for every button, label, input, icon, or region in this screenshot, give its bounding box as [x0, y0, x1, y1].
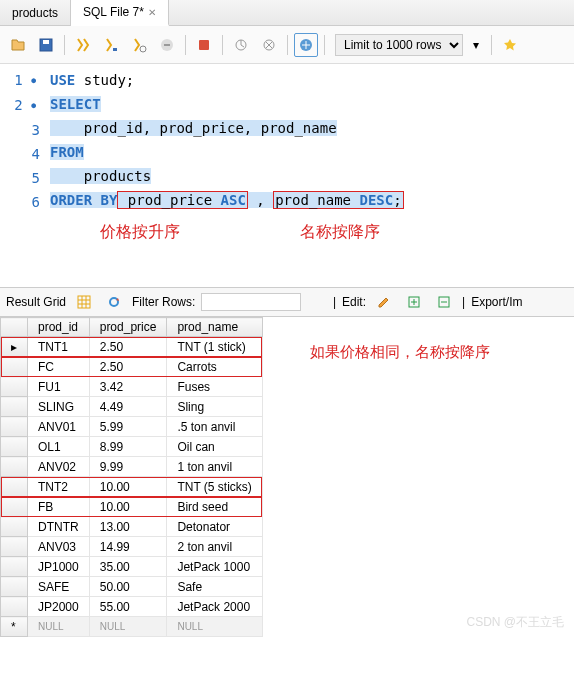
dropdown-icon: ▾ [473, 38, 479, 52]
keyword-from: FROM [50, 144, 84, 160]
tab-sqlfile7[interactable]: SQL File 7* ✕ [71, 0, 169, 26]
highlight-desc: prod_name DESC; [273, 191, 403, 209]
result-toolbar: Result Grid Filter Rows: | Edit: | Expor… [0, 287, 574, 317]
table-row[interactable]: JP200055.00JetPack 2000 [1, 597, 263, 617]
table-row[interactable]: FC2.50Carrots [1, 357, 263, 377]
rollback-button[interactable] [257, 33, 281, 57]
limit-rows-select[interactable]: Limit to 1000 rows [335, 34, 463, 56]
col-prod-name[interactable]: prod_name [167, 318, 262, 337]
svg-rect-5 [199, 40, 209, 50]
header-row: prod_id prod_price prod_name [1, 318, 263, 337]
separator [64, 35, 65, 55]
table-row[interactable]: ANV029.991 ton anvil [1, 457, 263, 477]
cancel-button[interactable] [192, 33, 216, 57]
svg-rect-4 [164, 44, 170, 46]
table-row[interactable]: ▸TNT12.50TNT (1 stick) [1, 337, 263, 357]
tab-products[interactable]: products [0, 0, 71, 25]
col-prod-id[interactable]: prod_id [28, 318, 90, 337]
result-grid-label: Result Grid [6, 295, 66, 309]
highlight-asc: prod_price ASC [117, 191, 247, 209]
svg-rect-9 [78, 296, 90, 308]
execute-button[interactable] [71, 33, 95, 57]
keyword-orderby: ORDER BY [50, 192, 117, 208]
table-row[interactable]: FB10.00Bird seed [1, 497, 263, 517]
table-row[interactable]: ANV015.99.5 ton anvil [1, 417, 263, 437]
table-row[interactable]: OL18.99Oil can [1, 437, 263, 457]
add-row-icon[interactable] [402, 290, 426, 314]
table-row[interactable]: DTNTR13.00Detonator [1, 517, 263, 537]
col-prod-price[interactable]: prod_price [89, 318, 167, 337]
annotation-desc: 名称按降序 [300, 222, 380, 243]
filter-input[interactable] [201, 293, 301, 311]
open-file-button[interactable] [6, 33, 30, 57]
corner-cell [1, 318, 28, 337]
save-button[interactable] [34, 33, 58, 57]
result-grid[interactable]: prod_id prod_price prod_name ▸TNT12.50TN… [0, 317, 263, 637]
code-area[interactable]: USE study; SELECT prod_id, prod_price, p… [50, 68, 574, 214]
commit-button[interactable] [229, 33, 253, 57]
result-grid-wrap: 如果价格相同，名称按降序 prod_id prod_price prod_nam… [0, 317, 574, 637]
separator [287, 35, 288, 55]
execute-current-button[interactable] [99, 33, 123, 57]
separator [324, 35, 325, 55]
annotation-row: 价格按升序 名称按降序 [0, 218, 574, 257]
code-text: prod_id, prod_price, prod_name [50, 120, 337, 136]
tab-bar: products SQL File 7* ✕ [0, 0, 574, 26]
close-icon[interactable]: ✕ [148, 7, 156, 18]
filter-label: Filter Rows: [132, 295, 195, 309]
table-row[interactable]: FU13.42Fuses [1, 377, 263, 397]
separator [185, 35, 186, 55]
export-label: Export/Im [471, 295, 522, 309]
code-text: products [50, 168, 151, 184]
svg-rect-2 [113, 48, 117, 51]
new-row-marker: * [1, 617, 28, 637]
refresh-icon[interactable] [102, 290, 126, 314]
separator: | [333, 295, 336, 309]
grid-view-icon[interactable] [72, 290, 96, 314]
autocommit-button[interactable] [294, 33, 318, 57]
separator: | [462, 295, 465, 309]
line-gutter: 1 ● 2 ● 3 4 5 6 [0, 68, 50, 214]
separator [491, 35, 492, 55]
table-row[interactable]: SLING4.49Sling [1, 397, 263, 417]
edit-label: Edit: [342, 295, 366, 309]
favorite-button[interactable] [498, 33, 522, 57]
annotation-same-price: 如果价格相同，名称按降序 [310, 343, 490, 362]
watermark: CSDN @不王立毛 [466, 614, 564, 631]
edit-icon[interactable] [372, 290, 396, 314]
separator [222, 35, 223, 55]
tab-label: SQL File 7* [83, 5, 144, 19]
editor-toolbar: Limit to 1000 rows ▾ [0, 26, 574, 64]
delete-row-icon[interactable] [432, 290, 456, 314]
explain-button[interactable] [127, 33, 151, 57]
tab-label: products [12, 6, 58, 20]
row-marker: ▸ [1, 337, 28, 357]
svg-point-3 [140, 46, 146, 52]
code-text: study; [75, 72, 134, 88]
keyword-select: SELECT [50, 96, 101, 112]
table-row[interactable]: SAFE50.00Safe [1, 577, 263, 597]
table-row-null[interactable]: *NULLNULLNULL [1, 617, 263, 637]
stop-button[interactable] [155, 33, 179, 57]
table-row[interactable]: ANV0314.992 ton anvil [1, 537, 263, 557]
sql-editor[interactable]: 1 ● 2 ● 3 4 5 6 USE study; SELECT prod_i… [0, 64, 574, 218]
keyword-use: USE [50, 72, 75, 88]
table-row[interactable]: TNT210.00TNT (5 sticks) [1, 477, 263, 497]
table-row[interactable]: JP100035.00JetPack 1000 [1, 557, 263, 577]
annotation-asc: 价格按升序 [100, 222, 180, 243]
svg-rect-1 [43, 40, 49, 44]
